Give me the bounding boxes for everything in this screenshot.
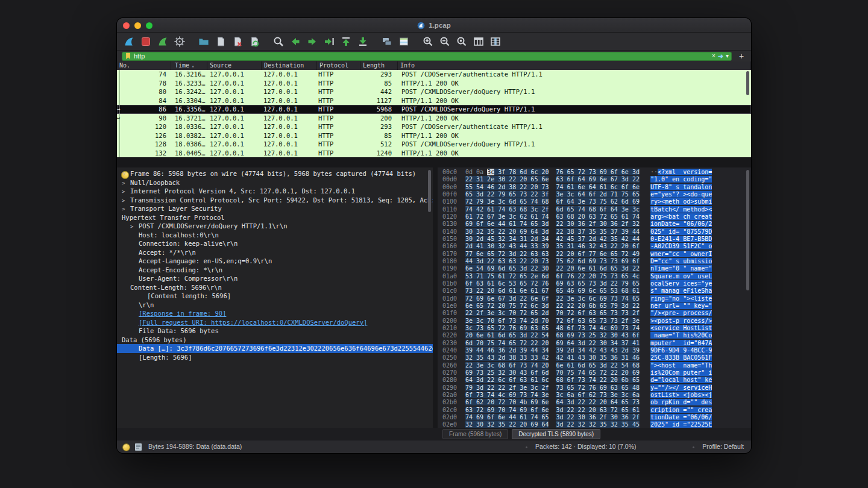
hex-row[interactable]: 029079 3d 22 22 2f 3e 3c 2f73 65 72 76 6… bbox=[442, 384, 751, 392]
detail-line[interactable]: [Response in frame: 90] bbox=[117, 309, 433, 318]
hex-row[interactable]: 01f022 2f 3e 3c 70 72 65 2d70 72 6f 63 6… bbox=[442, 310, 751, 317]
layout-columns-icon[interactable] bbox=[488, 34, 503, 49]
go-back-icon[interactable] bbox=[288, 34, 303, 49]
hex-row[interactable]: 02103c 73 65 72 76 69 63 6548 6f 73 74 4… bbox=[442, 325, 751, 332]
find-packet-icon[interactable] bbox=[271, 34, 286, 49]
hex-row[interactable]: 01906e 54 69 6d 65 3d 22 3022 20 6e 61 6… bbox=[442, 265, 751, 272]
horizontal-pane-splitter[interactable] bbox=[117, 157, 751, 167]
column-header-length[interactable]: Length bbox=[360, 61, 398, 70]
detail-line[interactable]: User-Agent: Compressor\r\n bbox=[117, 274, 433, 283]
hex-row[interactable]: 01b06f 63 61 6c 53 65 72 7669 63 65 73 3… bbox=[442, 280, 751, 287]
column-header-info[interactable]: Info bbox=[398, 61, 751, 70]
hex-row[interactable]: 00d022 31 2e 30 22 20 65 6e63 6f 64 69 6… bbox=[442, 176, 751, 183]
detail-line[interactable]: >Transmission Control Protocol, Src Port… bbox=[117, 196, 433, 205]
collapsed-caret-icon[interactable]: > bbox=[122, 196, 130, 205]
collapsed-caret-icon[interactable]: > bbox=[122, 205, 130, 213]
detail-line[interactable]: >Transport Layer Security bbox=[117, 204, 433, 213]
packet-row[interactable]: 13218.0405…127.0.0.1127.0.0.1HTTP1240HTT… bbox=[117, 149, 751, 158]
tab-decrypted-tls[interactable]: Decrypted TLS (5890 bytes) bbox=[512, 429, 600, 439]
detail-line[interactable]: [Length: 5696] bbox=[117, 353, 433, 362]
detail-line[interactable]: >Internet Protocol Version 4, Src: 127.0… bbox=[117, 187, 433, 196]
column-header-no[interactable]: No. bbox=[117, 61, 171, 70]
hex-row[interactable]: 024039 44 46 36 2d 39 44 3439 2d 34 42 4… bbox=[442, 347, 751, 354]
hex-row[interactable]: 015030 2d 45 32 34 31 2d 3442 45 37 2d 4… bbox=[442, 236, 751, 243]
hex-row[interactable]: 01a053 71 75 61 72 65 2e 6d6f 76 22 20 7… bbox=[442, 273, 751, 280]
hex-row[interactable]: 013069 6f 6e 44 61 74 65 3d22 30 36 2f 3… bbox=[442, 221, 751, 228]
details-scrollbar[interactable] bbox=[428, 170, 431, 212]
titlebar[interactable]: 1.pcap bbox=[117, 18, 751, 33]
hex-row[interactable]: 02b06f 62 20 72 70 4b 69 6e64 3d 22 22 2… bbox=[442, 399, 751, 406]
open-capture-file-icon[interactable] bbox=[197, 34, 211, 49]
hex-row[interactable]: 02e032 30 32 35 22 20 69 643d 22 32 32 3… bbox=[442, 421, 751, 428]
start-capture-icon[interactable] bbox=[122, 34, 136, 49]
packet-row[interactable]: 8416.3304…127.0.0.1127.0.0.1HTTP1127HTTP… bbox=[117, 96, 751, 105]
add-filter-button[interactable]: + bbox=[737, 52, 746, 60]
hex-row[interactable]: 01c073 22 20 6d 61 6e 61 6765 46 69 6c 6… bbox=[442, 287, 751, 295]
packet-row[interactable]: 12018.0336…127.0.0.1127.0.0.1HTTP293POST… bbox=[117, 122, 751, 131]
hex-row[interactable]: 027069 73 25 32 30 43 6f 6d70 75 74 65 7… bbox=[442, 369, 751, 377]
packet-row[interactable]: →8616.3356…127.0.0.1127.0.0.1HTTP5968POS… bbox=[117, 105, 751, 114]
auto-scroll-icon[interactable] bbox=[380, 34, 394, 49]
hex-row[interactable]: 02306d 70 75 74 65 72 22 2069 64 3d 22 3… bbox=[442, 340, 751, 347]
column-header-source[interactable]: Source bbox=[207, 61, 262, 70]
stop-capture-icon[interactable] bbox=[139, 34, 153, 49]
detail-line[interactable]: Accept-Encoding: *\r\n bbox=[117, 266, 433, 275]
packet-row[interactable]: 8016.3242…127.0.0.1127.0.0.1HTTP442POST … bbox=[117, 87, 751, 96]
detail-line[interactable]: Data […]: 3c3f786d6c2076657273696f6e3d22… bbox=[117, 344, 433, 353]
hex-row[interactable]: 010072 79 3e 3c 6d 65 74 686f 64 3e 73 7… bbox=[442, 198, 751, 205]
hex-scrollbar[interactable] bbox=[746, 170, 749, 290]
hex-row[interactable]: 025032 35 43 2d 38 33 33 4242 41 43 30 3… bbox=[442, 354, 751, 361]
vertical-pane-splitter[interactable] bbox=[433, 167, 438, 428]
hex-row[interactable]: 02003e 3c 70 6f 73 74 2d 7072 6f 63 65 7… bbox=[442, 318, 751, 325]
hex-row[interactable]: 01d072 69 6e 67 3d 22 6e 6f22 3e 3c 6c 6… bbox=[442, 295, 751, 302]
detail-line[interactable]: >Null/Loopback bbox=[117, 178, 433, 187]
detail-line[interactable]: File Data: 5696 bytes bbox=[117, 327, 433, 336]
display-filter-field[interactable]: × ➜ ▾ bbox=[122, 52, 732, 61]
hex-row[interactable]: 017077 6e 65 72 3d 22 63 6322 20 6f 77 6… bbox=[442, 251, 751, 258]
detail-line[interactable]: >Frame 86: 5968 bytes on wire (47744 bit… bbox=[117, 169, 433, 178]
capture-options-icon[interactable] bbox=[172, 34, 187, 49]
packet-row[interactable]: ↩9016.3721…127.0.0.1127.0.0.1HTTP200HTTP… bbox=[117, 114, 751, 123]
hex-row[interactable]: 011074 42 61 74 63 68 3c 2f6d 65 74 68 6… bbox=[442, 206, 751, 213]
hex-row[interactable]: 028064 3d 22 6c 6f 63 61 6c68 6f 73 74 2… bbox=[442, 377, 751, 384]
expert-info-icon[interactable] bbox=[123, 444, 130, 451]
zoom-in-icon[interactable] bbox=[421, 34, 435, 49]
apply-filter-icon[interactable]: ➜ bbox=[718, 53, 723, 59]
packet-row[interactable]: 12618.0382…127.0.0.1127.0.0.1HTTP85HTTP/… bbox=[117, 131, 751, 140]
detail-line[interactable]: [Content length: 5696] bbox=[117, 292, 433, 301]
zoom-out-icon[interactable] bbox=[438, 34, 452, 49]
close-capture-file-icon[interactable] bbox=[230, 34, 245, 49]
hex-row[interactable]: 02c063 72 69 70 74 69 6f 6e3d 22 22 20 6… bbox=[442, 407, 751, 414]
hex-row[interactable]: 026022 3e 3c 68 6f 73 74 206e 61 6d 65 3… bbox=[442, 362, 751, 369]
hex-row[interactable]: 02a06f 73 74 4c 69 73 74 3e3c 6a 6f 62 7… bbox=[442, 392, 751, 399]
hex-row[interactable]: 01e06e 65 72 20 75 72 6c 3d22 22 20 6b 6… bbox=[442, 302, 751, 310]
detail-line[interactable]: Accept-Language: en-US,en;q=0.9\r\n bbox=[117, 257, 433, 266]
detail-line[interactable]: >Data (5696 bytes) bbox=[117, 336, 433, 345]
collapsed-caret-icon[interactable]: > bbox=[122, 187, 130, 196]
detail-line[interactable]: Accept: */*\r\n bbox=[117, 248, 433, 257]
hex-row[interactable]: 01602d 41 30 32 43 44 33 3935 31 46 32 4… bbox=[442, 243, 751, 250]
hex-row[interactable]: 022020 6e 61 6d 65 3d 22 5468 69 73 25 3… bbox=[442, 332, 751, 339]
hex-row[interactable]: 018044 3d 22 63 63 22 20 7375 62 6d 69 7… bbox=[442, 258, 751, 265]
hex-row[interactable]: 00f065 3d 22 79 65 73 22 3f3e 3c 64 6f 2… bbox=[442, 191, 751, 198]
go-to-last-packet-icon[interactable] bbox=[356, 34, 370, 49]
colorize-packets-icon[interactable] bbox=[397, 34, 411, 49]
resize-columns-icon[interactable] bbox=[471, 34, 486, 49]
filter-bookmark-icon[interactable] bbox=[125, 52, 131, 60]
reload-capture-file-icon[interactable] bbox=[247, 34, 262, 49]
column-header-protocol[interactable]: Protocol bbox=[317, 61, 360, 70]
filter-dropdown-icon[interactable]: ▾ bbox=[726, 53, 729, 59]
hex-row[interactable]: 02d074 69 6f 6e 44 61 74 653d 22 30 36 2… bbox=[442, 414, 751, 421]
go-forward-icon[interactable] bbox=[305, 34, 319, 49]
detail-line[interactable]: Host: localhost:0\r\n bbox=[117, 231, 433, 240]
detail-line[interactable]: Connection: keep-alive\r\n bbox=[117, 239, 433, 248]
detail-line[interactable]: >Hypertext Transfer Protocol bbox=[117, 213, 433, 222]
hex-row[interactable]: 00e055 54 46 2d 38 22 20 7374 61 6e 64 6… bbox=[442, 184, 751, 191]
tab-frame[interactable]: Frame (5968 bytes) bbox=[442, 429, 508, 439]
collapsed-caret-icon[interactable]: > bbox=[122, 179, 130, 187]
go-to-packet-icon[interactable] bbox=[322, 34, 336, 49]
packet-list-scrollbar[interactable] bbox=[746, 71, 749, 95]
capture-file-properties-icon[interactable] bbox=[134, 443, 142, 451]
clear-filter-icon[interactable]: × bbox=[712, 53, 715, 59]
hex-row[interactable]: 00c00d 0a 3c 3f 78 6d 6c 2076 65 72 73 6… bbox=[442, 169, 751, 176]
